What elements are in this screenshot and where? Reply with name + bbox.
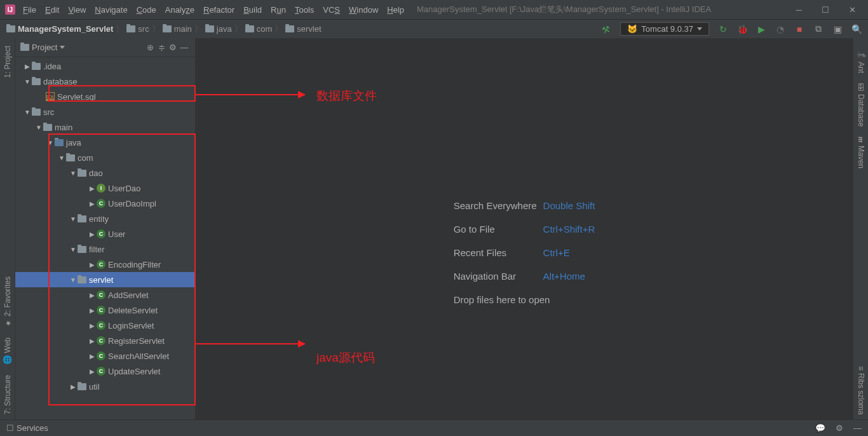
status-settings-icon[interactable]: ⚙ bbox=[836, 423, 843, 433]
hide-icon[interactable]: — bbox=[179, 43, 190, 52]
chevron-down-icon bbox=[60, 46, 65, 49]
rail-structure[interactable]: 7: Structure bbox=[2, 370, 13, 419]
tree-folder-database[interactable]: database bbox=[15, 74, 195, 89]
stop-icon[interactable]: ■ bbox=[794, 24, 804, 34]
class-icon: C bbox=[97, 260, 105, 269]
status-services[interactable]: Services bbox=[17, 423, 48, 433]
class-icon: C bbox=[97, 367, 105, 376]
menu-help[interactable]: Help bbox=[387, 5, 404, 15]
tree-folder-src[interactable]: src bbox=[15, 104, 195, 119]
annotation-arrow-db bbox=[196, 94, 305, 95]
status-event-icon[interactable]: 💬 bbox=[815, 423, 825, 433]
welcome-goto-label: Go to File bbox=[454, 224, 537, 235]
interface-icon: I bbox=[97, 184, 105, 193]
folder-icon bbox=[245, 25, 254, 32]
search-icon[interactable]: 🔍 bbox=[851, 24, 862, 34]
tree-class-addservlet[interactable]: CAddServlet bbox=[15, 287, 195, 303]
tree-package-util[interactable]: util bbox=[15, 379, 195, 394]
menu-analyze[interactable]: Analyze bbox=[165, 5, 194, 15]
menu-refactor[interactable]: Refactor bbox=[203, 5, 234, 15]
minimize-button[interactable]: ─ bbox=[793, 5, 804, 15]
run-config-label: Tomcat 9.0.37 bbox=[641, 24, 693, 34]
close-button[interactable]: ✕ bbox=[846, 5, 858, 15]
settings-icon[interactable]: ⚙ bbox=[167, 43, 179, 52]
debug-icon[interactable]: 🐞 bbox=[737, 24, 747, 34]
tree-package-entity[interactable]: entity bbox=[15, 211, 195, 226]
left-tool-rail: 1: Project 2: Favorites 🌐Web 7: Structur… bbox=[0, 38, 15, 419]
welcome-goto-key: Ctrl+Shift+R bbox=[543, 224, 595, 235]
folder-icon bbox=[205, 25, 214, 32]
tree-package-dao[interactable]: dao bbox=[15, 165, 195, 181]
run-config-selector[interactable]: 🐱 Tomcat 9.0.37 bbox=[620, 22, 709, 36]
main-menu: File Edit View Navigate Code Analyze Ref… bbox=[23, 5, 404, 15]
menu-run[interactable]: Run bbox=[271, 5, 286, 15]
vcs-icon[interactable]: ⧉ bbox=[813, 24, 824, 34]
tree-folder-main[interactable]: main bbox=[15, 119, 195, 135]
menu-view[interactable]: View bbox=[68, 5, 86, 15]
build-icon[interactable]: ⚒ bbox=[600, 23, 613, 36]
status-lock-icon[interactable]: — bbox=[853, 423, 862, 433]
menu-tools[interactable]: Tools bbox=[295, 5, 314, 15]
tree-class-encodingfilter[interactable]: CEncodingFilter bbox=[15, 257, 195, 272]
menu-navigate[interactable]: Navigate bbox=[95, 5, 127, 15]
tree-folder-idea[interactable]: .idea bbox=[15, 58, 195, 74]
tree-package-filter[interactable]: filter bbox=[15, 242, 195, 257]
menu-file[interactable]: File bbox=[23, 5, 36, 15]
chevron-down-icon bbox=[697, 27, 702, 31]
welcome-nav-label: Navigation Bar bbox=[454, 271, 537, 282]
menu-window[interactable]: Window bbox=[349, 5, 378, 15]
navigation-bar: ManagerSystem_Servlet 〉 src 〉 main 〉 jav… bbox=[0, 19, 868, 38]
annotation-text-java: java源代码 bbox=[316, 350, 375, 366]
tree-class-registerservlet[interactable]: CRegisterServlet bbox=[15, 333, 195, 348]
tree-file-servlet-sql[interactable]: SQLServlet.sql bbox=[15, 89, 195, 104]
tree-folder-java[interactable]: java bbox=[15, 135, 195, 150]
annotation-arrow-java bbox=[196, 343, 305, 344]
rail-favorites[interactable]: 2: Favorites bbox=[2, 271, 13, 332]
coverage-icon[interactable]: ▶ bbox=[756, 24, 766, 34]
class-icon: C bbox=[97, 306, 105, 315]
tree-package-com[interactable]: com bbox=[15, 150, 195, 165]
project-tool-window: Project ⊕ ≑ ⚙ — .idea database SQLServle… bbox=[15, 38, 196, 419]
menu-code[interactable]: Code bbox=[137, 5, 156, 15]
menu-build[interactable]: Build bbox=[243, 5, 262, 15]
tree-class-searchallservlet[interactable]: CSearchAllServlet bbox=[15, 348, 195, 364]
tree-class-userdao[interactable]: IUserDao bbox=[15, 181, 195, 196]
tree-class-userdaoimpl[interactable]: CUserDaoImpl bbox=[15, 196, 195, 211]
rail-database[interactable]: 🗄Database bbox=[855, 78, 867, 132]
welcome-recent-label: Recent Files bbox=[454, 247, 537, 258]
title-bar: IJ File Edit View Navigate Code Analyze … bbox=[0, 0, 868, 19]
maximize-button[interactable]: ☐ bbox=[820, 5, 831, 15]
run-icon[interactable]: ↻ bbox=[718, 24, 728, 34]
menu-edit[interactable]: Edit bbox=[45, 5, 59, 15]
class-icon: C bbox=[97, 351, 105, 360]
collapse-icon[interactable]: ≑ bbox=[156, 43, 167, 52]
folder-icon bbox=[20, 44, 29, 51]
tree-class-updateservlet[interactable]: CUpdateServlet bbox=[15, 364, 195, 379]
window-title: ManagerSystem_Servlet [F:\Java烂笔头\Manage… bbox=[417, 4, 793, 15]
rail-web[interactable]: 🌐Web bbox=[2, 332, 13, 370]
welcome-drop-label: Drop files here to open bbox=[454, 294, 595, 305]
welcome-search-key: Double Shift bbox=[543, 200, 595, 211]
annotation-text-db: 数据库文件 bbox=[316, 88, 377, 104]
project-tree[interactable]: .idea database SQLServlet.sql src main j… bbox=[15, 57, 195, 419]
folder-icon bbox=[126, 25, 135, 32]
locate-icon[interactable]: ⊕ bbox=[144, 43, 156, 52]
menu-vcs[interactable]: VCS bbox=[323, 5, 340, 15]
rail-project[interactable]: 1: Project bbox=[2, 41, 13, 83]
profile-icon[interactable]: ◔ bbox=[775, 24, 785, 34]
tree-package-servlet[interactable]: servlet bbox=[15, 272, 195, 287]
rail-maven[interactable]: mMaven bbox=[855, 132, 867, 173]
class-icon: C bbox=[97, 336, 105, 345]
tree-class-deleteservlet[interactable]: CDeleteServlet bbox=[15, 303, 195, 318]
app-logo-icon: IJ bbox=[5, 4, 15, 15]
tree-class-loginservlet[interactable]: CLoginServlet bbox=[15, 318, 195, 333]
welcome-search-label: Search Everywhere bbox=[454, 200, 537, 211]
folder-icon bbox=[163, 25, 172, 32]
rail-ribs[interactable]: ≡Ribs szloma bbox=[855, 361, 867, 419]
rail-ant[interactable]: 🐜Ant bbox=[855, 44, 867, 78]
status-bar: ☐ Services 💬 ⚙ — bbox=[0, 419, 868, 436]
breadcrumb[interactable]: ManagerSystem_Servlet 〉 src 〉 main 〉 jav… bbox=[6, 24, 322, 35]
folder-icon bbox=[6, 25, 15, 32]
split-icon[interactable]: ▣ bbox=[832, 24, 843, 34]
tree-class-user[interactable]: CUser bbox=[15, 226, 195, 242]
